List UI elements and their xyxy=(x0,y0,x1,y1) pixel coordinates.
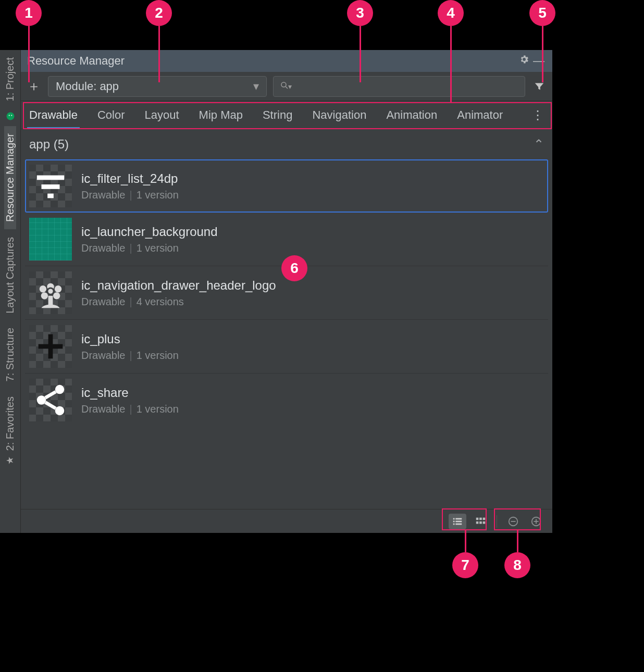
resource-name: ic_launcher_background xyxy=(81,225,218,239)
resource-thumbnail xyxy=(29,165,72,207)
callout-badge: 5 xyxy=(529,0,555,26)
svg-point-11 xyxy=(41,292,48,299)
callout-badge: 7 xyxy=(452,552,478,578)
sidebar-item-structure[interactable]: 7: Structure xyxy=(4,320,16,389)
section-title: app (5) xyxy=(29,137,69,152)
svg-point-19 xyxy=(37,395,46,405)
tab-drawable[interactable]: Drawable xyxy=(29,101,78,129)
svg-point-9 xyxy=(40,285,46,292)
sidebar-item-favorites[interactable]: ★ 2: Favorites xyxy=(4,389,16,474)
zoom-out-button[interactable] xyxy=(504,514,522,529)
svg-rect-26 xyxy=(455,520,462,522)
svg-point-14 xyxy=(48,289,53,293)
svg-point-10 xyxy=(55,285,61,292)
svg-rect-25 xyxy=(453,520,455,522)
star-icon: ★ xyxy=(5,456,16,465)
chevron-up-icon[interactable]: ⌃ xyxy=(534,137,544,152)
module-dropdown[interactable]: Module: app ▾ xyxy=(48,76,267,97)
svg-rect-5 xyxy=(37,176,65,180)
android-icon xyxy=(6,108,15,126)
gear-icon[interactable] xyxy=(517,54,531,68)
search-input[interactable] xyxy=(296,80,518,92)
sidebar-item-project[interactable]: 1: Project xyxy=(4,50,16,108)
tabs-overflow-button[interactable]: ⋮ xyxy=(531,108,544,122)
callout-badge: 2 xyxy=(146,0,172,26)
resource-item[interactable]: ic_plus Drawable|1 version xyxy=(25,320,548,374)
zoom-in-button[interactable] xyxy=(527,514,545,529)
callout-badge: 8 xyxy=(504,552,530,578)
resource-meta: Drawable|4 versions xyxy=(81,296,276,308)
svg-rect-17 xyxy=(39,344,63,349)
svg-rect-24 xyxy=(455,518,462,519)
svg-rect-29 xyxy=(476,517,479,520)
list-view-button[interactable] xyxy=(449,514,466,529)
svg-point-20 xyxy=(55,406,65,416)
resource-thumbnail xyxy=(29,325,72,368)
svg-rect-23 xyxy=(453,518,455,519)
resource-thumbnail xyxy=(29,379,72,421)
chevron-down-icon: ▾ xyxy=(253,80,259,93)
tab-color[interactable]: Color xyxy=(97,101,125,129)
panel-title-bar: Resource Manager — xyxy=(21,50,552,72)
tab-string[interactable]: String xyxy=(263,101,292,129)
callout-badge: 1 xyxy=(16,0,42,26)
tool-window-bar: 1: Project Resource Manager Layout Captu… xyxy=(0,50,21,533)
filter-button[interactable] xyxy=(531,79,547,94)
section-header[interactable]: app (5) ⌃ xyxy=(21,129,552,159)
callout-badge: 4 xyxy=(438,0,464,26)
svg-rect-31 xyxy=(483,517,486,520)
resource-name: ic_share xyxy=(81,385,179,400)
resource-meta: Drawable|1 version xyxy=(81,350,179,362)
svg-line-22 xyxy=(45,402,56,408)
tab-animation[interactable]: Animation xyxy=(386,101,437,129)
sidebar-item-layout-captures[interactable]: Layout Captures xyxy=(4,230,16,321)
resource-thumbnail xyxy=(29,218,72,260)
toolbar: ＋ Module: app ▾ ▾ xyxy=(21,72,552,101)
svg-rect-7 xyxy=(47,194,54,198)
tab-layout[interactable]: Layout xyxy=(145,101,179,129)
search-field[interactable]: ▾ xyxy=(273,76,525,97)
resource-item[interactable]: ic_share Drawable|1 version xyxy=(25,374,548,427)
svg-line-4 xyxy=(286,86,288,89)
resource-meta: Drawable|1 version xyxy=(81,242,218,254)
tab-navigation[interactable]: Navigation xyxy=(312,101,366,129)
svg-point-18 xyxy=(55,385,65,394)
svg-point-2 xyxy=(11,115,12,116)
resource-list: ic_filter_list_24dp Drawable|1 version i… xyxy=(21,159,552,509)
resource-meta: Drawable|1 version xyxy=(81,403,179,415)
svg-rect-28 xyxy=(455,523,462,525)
svg-rect-33 xyxy=(479,521,482,524)
svg-rect-32 xyxy=(476,521,479,524)
tab-animator[interactable]: Animator xyxy=(457,101,503,129)
grid-view-button[interactable] xyxy=(472,514,489,529)
footer-toolbar xyxy=(21,509,552,533)
resource-manager-panel: Resource Manager — ＋ Module: app ▾ ▾ xyxy=(21,50,552,533)
svg-rect-6 xyxy=(42,184,60,189)
svg-point-12 xyxy=(53,292,60,299)
svg-point-3 xyxy=(281,82,286,87)
svg-point-1 xyxy=(8,115,9,116)
sidebar-item-resource-manager[interactable]: Resource Manager xyxy=(4,126,16,229)
divider xyxy=(497,515,497,528)
svg-rect-30 xyxy=(479,517,482,520)
svg-rect-34 xyxy=(483,521,486,524)
minimize-icon[interactable]: — xyxy=(531,54,546,68)
svg-rect-27 xyxy=(453,523,455,525)
resource-thumbnail xyxy=(29,271,72,314)
callout-badge: 3 xyxy=(347,0,373,26)
panel-title: Resource Manager xyxy=(27,54,125,68)
module-dropdown-label: Module: app xyxy=(56,80,119,93)
callout-badge: 6 xyxy=(281,255,307,281)
svg-point-0 xyxy=(6,113,14,120)
resource-type-tabs: Drawable Color Layout Mip Map String Nav… xyxy=(21,101,552,129)
resource-meta: Drawable|1 version xyxy=(81,189,179,201)
resource-name: ic_filter_list_24dp xyxy=(81,171,179,186)
tab-mipmap[interactable]: Mip Map xyxy=(199,101,243,129)
resource-item[interactable]: ic_filter_list_24dp Drawable|1 version xyxy=(25,159,548,213)
resource-name: ic_navigation_drawer_header_logo xyxy=(81,278,276,293)
svg-line-21 xyxy=(45,392,56,398)
resource-name: ic_plus xyxy=(81,332,179,346)
